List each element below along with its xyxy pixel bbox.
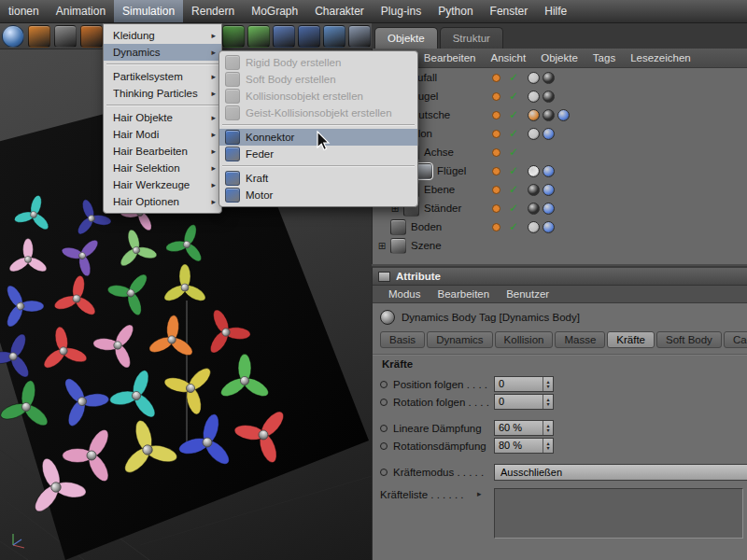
object-row-szene[interactable]: ⊞Szene — [373, 236, 747, 255]
visibility-dot[interactable] — [492, 167, 500, 175]
render-slate-icon[interactable] — [54, 25, 77, 48]
thinking-particles-icon[interactable] — [247, 25, 270, 48]
tag-icon[interactable] — [543, 165, 555, 177]
attr-tab-basis[interactable]: Basis — [380, 331, 425, 348]
enabled-check-icon[interactable]: ✓ — [509, 183, 518, 196]
menubar-item-python[interactable]: Python — [430, 0, 481, 22]
particle-emitter-icon[interactable] — [222, 25, 245, 48]
enabled-check-icon[interactable]: ✓ — [509, 220, 518, 233]
layout-grid-icon[interactable] — [80, 25, 103, 48]
kraefteliste-arrow-icon[interactable]: ▸ — [477, 489, 482, 498]
visibility-dot[interactable] — [492, 130, 500, 138]
key-dot[interactable] — [380, 399, 388, 406]
om-menu-objekte[interactable]: Objekte — [533, 52, 585, 63]
enabled-check-icon[interactable]: ✓ — [509, 71, 518, 84]
stepper-arrows[interactable]: ▴▾ — [543, 395, 553, 409]
tag-icon[interactable] — [528, 165, 540, 177]
menubar-item-plug-ins[interactable]: Plug-ins — [373, 0, 430, 22]
om-menu-bearbeiten[interactable]: Bearbeiten — [416, 52, 484, 63]
kräftemodus-dropdown[interactable]: Ausschließen — [494, 464, 747, 481]
clapperboard-icon[interactable] — [28, 25, 50, 48]
menubar-item-mograph[interactable]: MoGraph — [243, 0, 306, 22]
kraefteliste-listbox[interactable] — [494, 488, 743, 539]
stepper-arrows[interactable]: ▴▾ — [543, 377, 553, 391]
menu-item-dynamics[interactable]: Dynamics▸ — [104, 44, 221, 61]
object-row-rutsche[interactable]: Rutsche✓ — [373, 105, 747, 124]
tag-icon[interactable] — [543, 72, 555, 84]
attr-tab-kollision[interactable]: Kollision — [495, 331, 554, 348]
lineare-dämpfung-input[interactable]: 60 %▴▾ — [494, 420, 554, 436]
tag-icon[interactable] — [528, 203, 540, 215]
menubar-item-hilfe[interactable]: Hilfe — [536, 0, 575, 22]
object-row-boden[interactable]: Boden✓ — [373, 217, 747, 236]
object-row-ebene[interactable]: Ebene✓ — [373, 180, 747, 199]
tag-icon[interactable] — [528, 72, 540, 84]
rotation-folgen-input[interactable]: 0▴▾ — [494, 394, 554, 410]
object-row-kugel[interactable]: Kugel✓ — [373, 87, 747, 105]
tag-icon[interactable] — [543, 221, 555, 233]
attribute-panel-header[interactable]: Attribute — [373, 268, 747, 286]
panel-tab-objekte[interactable]: Objekte — [374, 27, 438, 49]
attr-tab-soft-body[interactable]: Soft Body — [656, 331, 722, 348]
cloth-icon[interactable] — [273, 25, 295, 48]
tag-icon[interactable] — [528, 91, 540, 103]
tag-icon[interactable] — [543, 203, 555, 215]
panel-tab-struktur[interactable]: Struktur — [440, 27, 503, 49]
key-dot[interactable] — [380, 425, 388, 432]
menu-item-hair-selektion[interactable]: Hair Selektion▸ — [104, 160, 221, 176]
menubar-item-fenster[interactable]: Fenster — [482, 0, 537, 22]
menubar-item-rendern[interactable]: Rendern — [183, 0, 243, 22]
attr-menu-modus[interactable]: Modus — [380, 288, 430, 300]
enabled-check-icon[interactable]: ✓ — [509, 146, 518, 159]
visibility-dot[interactable] — [492, 223, 500, 231]
enabled-check-icon[interactable]: ✓ — [509, 127, 518, 140]
object-row-flügel[interactable]: Flügel✓ — [373, 161, 747, 180]
menubar-item-animation[interactable]: Animation — [48, 0, 114, 22]
key-dot[interactable] — [380, 381, 388, 388]
menu-item-thinking-particles[interactable]: Thinking Particles▸ — [104, 85, 221, 102]
visibility-dot[interactable] — [492, 204, 500, 213]
tag-icon[interactable] — [543, 184, 555, 196]
tag-icon[interactable] — [528, 221, 540, 233]
cloth-collider-icon[interactable] — [298, 25, 320, 48]
om-menu-ansicht[interactable]: Ansicht — [483, 52, 533, 63]
globe-icon[interactable] — [2, 25, 24, 48]
tag-icon[interactable] — [528, 128, 540, 140]
visibility-dot[interactable] — [492, 186, 500, 194]
menu-item-kraft[interactable]: Kraft — [219, 170, 417, 187]
visibility-dot[interactable] — [492, 74, 500, 82]
menu-item-hair-objekte[interactable]: Hair Objekte▸ — [104, 109, 221, 126]
tag-icon[interactable] — [557, 109, 570, 121]
object-row-klon[interactable]: ⊟Klon✓ — [373, 124, 747, 143]
object-row-achse[interactable]: Achse✓ — [373, 143, 747, 161]
menu-item-konnektor[interactable]: Konnektor — [219, 129, 417, 146]
menu-item-hair-bearbeiten[interactable]: Hair Bearbeiten▸ — [104, 143, 221, 160]
tag-icon[interactable] — [543, 91, 555, 103]
menu-item-feder[interactable]: Feder — [219, 146, 417, 162]
key-dot[interactable] — [380, 469, 388, 476]
menu-item-hair-werkzeuge[interactable]: Hair Werkzeuge▸ — [104, 176, 221, 193]
tag-icon[interactable] — [528, 184, 540, 196]
stepper-arrows[interactable]: ▴▾ — [543, 439, 553, 453]
om-menu-lesezeichen[interactable]: Lesezeichen — [623, 52, 698, 63]
om-menu-tags[interactable]: Tags — [585, 52, 623, 63]
tag-icon[interactable] — [543, 109, 555, 121]
menu-item-kleidung[interactable]: Kleidung▸ — [104, 27, 221, 44]
object-row-ständer[interactable]: ⊞Ständer✓ — [373, 199, 747, 217]
visibility-dot[interactable] — [492, 92, 500, 101]
enabled-check-icon[interactable]: ✓ — [509, 108, 518, 121]
hair-tools-icon[interactable] — [348, 25, 371, 48]
cloth-belt-icon[interactable] — [323, 25, 345, 48]
attr-tab-kräfte[interactable]: Kräfte — [607, 331, 655, 348]
menubar-item-charakter[interactable]: Charakter — [306, 0, 373, 22]
object-row-zufall[interactable]: Zufall✓ — [373, 68, 747, 87]
menubar-item-simulation[interactable]: Simulation — [114, 0, 183, 22]
tag-icon[interactable] — [543, 128, 555, 140]
section-header-kraefte[interactable]: Kräfte — [373, 354, 747, 372]
visibility-dot[interactable] — [492, 111, 500, 119]
menu-item-hair-modi[interactable]: Hair Modi▸ — [104, 126, 221, 143]
key-dot[interactable] — [380, 442, 388, 450]
enabled-check-icon[interactable]: ✓ — [509, 202, 518, 215]
menubar-item-tionen[interactable]: tionen — [0, 0, 48, 22]
menu-item-hair-optionen[interactable]: Hair Optionen▸ — [104, 193, 221, 210]
